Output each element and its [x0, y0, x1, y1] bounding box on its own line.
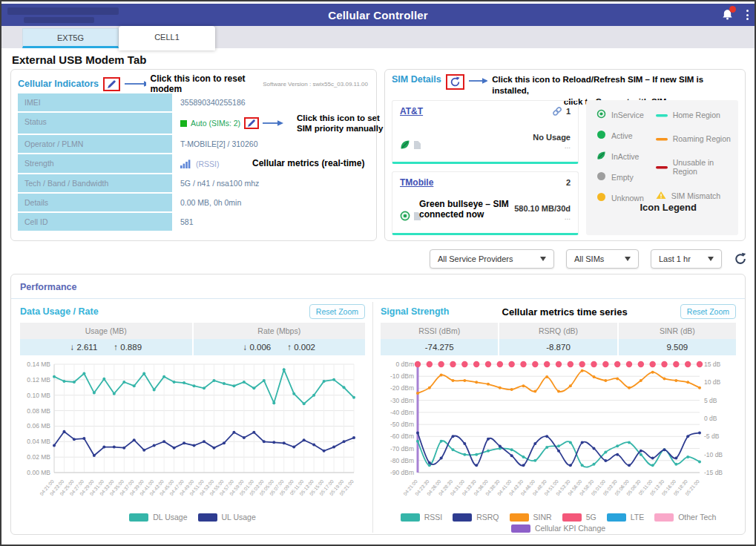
svg-text:0 dB: 0 dB: [704, 415, 717, 422]
dot-green-icon: [596, 130, 606, 141]
dash-orange-icon: [656, 134, 668, 143]
usage-chart[interactable]: 0.14 MB0.12 MB0.10 MB0.08 MB0.06 MB0.04 …: [20, 358, 361, 513]
pencil-icon: [107, 79, 116, 89]
svg-text:-70 dBm: -70 dBm: [390, 445, 414, 453]
signal-chart-legend: RSSIRSRQSINR5GLTEOther TechCellular KPI …: [381, 513, 736, 533]
legend-swatch: [129, 513, 148, 522]
signal-strength-section: Signal Strength Cellular metrics time se…: [373, 302, 736, 533]
app-title: Cellular Controller: [328, 9, 428, 22]
usage-chart-wrap: 0.14 MB0.12 MB0.10 MB0.08 MB0.06 MB0.04 …: [20, 358, 365, 516]
sim-card-tmobile[interactable]: TMobile 2: [392, 171, 579, 235]
refresh-charts-button[interactable]: [734, 252, 747, 266]
stats-header: Rate (Mbps): [194, 323, 366, 339]
table-row: Strength (RSSI) Cellular metrics (real-t…: [18, 154, 369, 173]
signal-chart[interactable]: 0 dBm-10 dBm-20 dBm-30 dBm-40 dBm-50 dBm…: [381, 358, 731, 513]
notifications-bell-icon[interactable]: [721, 8, 734, 22]
svg-text:-30 dBm: -30 dBm: [390, 397, 414, 404]
chart-legend-item-rsrq[interactable]: RSRQ: [453, 513, 499, 522]
signal-stats-table: RSSI (dBm)-74.275RSRQ (dB)-8.870SINR (dB…: [381, 323, 736, 355]
reload-sim-button[interactable]: [446, 74, 464, 90]
svg-text:0.06 MB: 0.06 MB: [27, 422, 50, 430]
chart-legend-item-lte[interactable]: LTE: [607, 513, 644, 522]
table-row: Cell ID 581: [18, 213, 369, 231]
tab-ext5g[interactable]: EXT5G: [22, 28, 119, 48]
svg-text:0.02 MB: 0.02 MB: [27, 453, 50, 461]
chart-legend-item-sinr[interactable]: SINR: [510, 513, 552, 522]
svg-text:-40 dBm: -40 dBm: [390, 409, 414, 416]
svg-text:-80 dBm: -80 dBm: [390, 457, 414, 464]
dot-amber-icon: [596, 192, 606, 203]
legend-swatch: [607, 513, 626, 522]
icon-legend-title: Icon Legend: [640, 202, 697, 213]
chart-legend-item-ul-usage[interactable]: UL Usage: [198, 513, 256, 522]
stats-value: ↓ 0.006↑ 0.002: [194, 339, 366, 355]
triangle-yellow-icon: [656, 191, 666, 201]
svg-text:0.10 MB: 0.10 MB: [27, 392, 50, 399]
dash-teal-icon: [656, 111, 668, 119]
svg-text:-50 dBm: -50 dBm: [390, 421, 414, 428]
dropdown-arrow-icon: [540, 257, 546, 261]
legend-item-empty: Empty: [596, 171, 656, 182]
sim-details-panel: SIM Details Click this icon to Reload/Re…: [384, 69, 746, 241]
annotation-arrow: [469, 77, 488, 85]
reset-modem-button[interactable]: [103, 77, 120, 91]
time-series-annotation: Cellular metrics time series: [502, 306, 628, 318]
realtime-metrics-annotation: Cellular metrics (real-time): [252, 158, 364, 169]
legend-swatch: [562, 513, 582, 522]
signal-chart-wrap: 0 dBm-10 dBm-20 dBm-30 dBm-40 dBm-50 dBm…: [381, 358, 736, 516]
dropdown-arrow-icon: [708, 257, 714, 261]
tab-bar: EXT5G CELL1: [1, 26, 755, 48]
chart-legend-item-other-tech[interactable]: Other Tech: [654, 513, 716, 522]
legend-swatch: [654, 513, 674, 522]
svg-text:-60 dBm: -60 dBm: [390, 432, 414, 440]
reset-zoom-button[interactable]: Reset Zoom: [680, 304, 736, 319]
stats-header: Usage (MB): [20, 323, 192, 339]
header-actions: [721, 4, 750, 26]
icon-legend-panel: InServiceActiveInActiveEmptyUnknown Home…: [586, 100, 738, 235]
sim-link-tmobile[interactable]: TMobile: [400, 177, 433, 188]
tab-cell1[interactable]: CELL1: [119, 26, 215, 50]
sims-dropdown[interactable]: All SIMs: [566, 249, 639, 269]
inservice-bullseye-icon: [400, 211, 410, 221]
chart-legend-item-dl-usage[interactable]: DL Usage: [129, 513, 187, 522]
annotation-arrow: [125, 80, 145, 88]
legend-item-inactive: InActive: [596, 151, 656, 162]
svg-text:0.12 MB: 0.12 MB: [27, 376, 50, 384]
redacted-breadcrumb: [24, 17, 94, 23]
svg-text:-90 dBm: -90 dBm: [390, 469, 414, 476]
table-row: Details 0.00 MB, 0h 0min: [18, 194, 369, 211]
svg-text:0.08 MB: 0.08 MB: [27, 407, 50, 415]
link-icon: [552, 106, 562, 116]
app-header: Cellular Controller: [1, 4, 755, 26]
cellular-indicators-title: Cellular Indicators: [18, 79, 99, 89]
app-window: Cellular Controller EXT5G CELL1 External…: [0, 0, 756, 546]
bullseye-icon: [596, 109, 606, 120]
dot-gray-icon: [596, 171, 606, 182]
signal-strength-title: Signal Strength: [381, 306, 449, 317]
usage-stats-table: Usage (MB)↓ 2.611↑ 0.889Rate (Mbps)↓ 0.0…: [20, 323, 365, 355]
chart-legend-item-rssi[interactable]: RSSI: [401, 513, 443, 522]
svg-text:-20 dBm: -20 dBm: [390, 384, 414, 392]
time-range-dropdown[interactable]: Last 1 hr: [651, 249, 722, 269]
sim-content: AT&T 1: [392, 100, 738, 235]
sim-priority-button[interactable]: [244, 117, 259, 129]
bullseye-annotation: Green bullseye – SIM connected now: [419, 199, 538, 220]
kebab-menu-icon[interactable]: [745, 8, 750, 22]
legend-item-active: Active: [596, 130, 656, 141]
dropdown-arrow-icon: [625, 257, 631, 261]
legend-item-home-region: Home Region: [656, 111, 731, 119]
indicator-table: IMEI 355890340255186 Status Auto (SIMs: …: [18, 93, 369, 231]
reset-zoom-button[interactable]: Reset Zoom: [309, 304, 365, 319]
chart-legend-item-cellular-kpi-change[interactable]: Cellular KPI Change: [511, 524, 605, 533]
svg-text:-5 dB: -5 dB: [704, 432, 720, 440]
chart-legend-item-5g[interactable]: 5G: [562, 513, 596, 522]
status-green-square-icon: [180, 120, 187, 127]
annotation-arrow: [263, 119, 283, 127]
svg-text:0.14 MB: 0.14 MB: [27, 361, 50, 368]
sim-priority-annotation: Click this icon to set SIM priority manu…: [297, 113, 423, 134]
stats-header: RSSI (dBm): [381, 323, 498, 339]
legend-swatch: [401, 513, 420, 522]
signal-bars-icon: [180, 159, 192, 168]
service-provider-dropdown[interactable]: All Service Providers: [430, 249, 554, 269]
sim-chip-icon: [413, 140, 421, 150]
